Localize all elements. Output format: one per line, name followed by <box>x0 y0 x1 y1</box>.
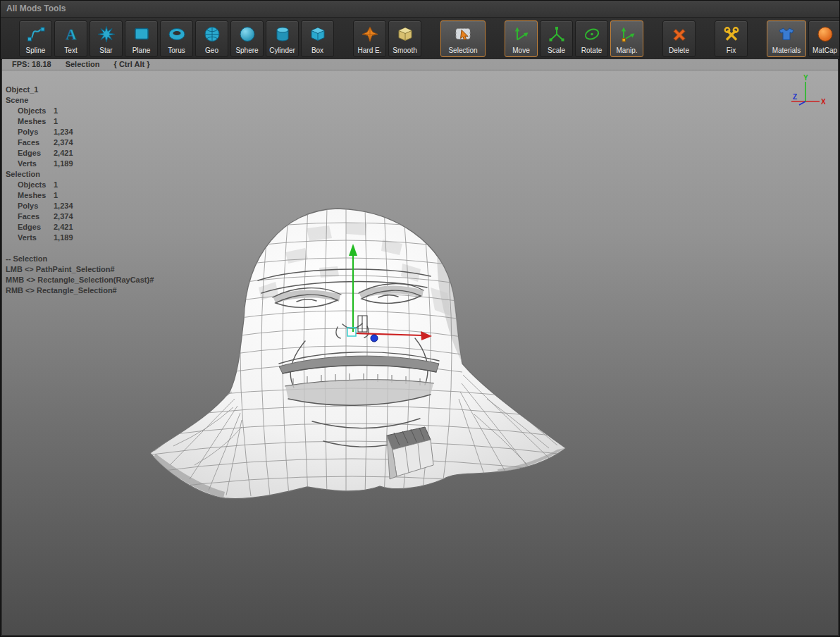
rotate-icon <box>583 23 601 47</box>
object-name: Object_1 <box>6 85 154 95</box>
tool-smooth[interactable]: Smooth <box>388 20 421 57</box>
toolbar-group-edges: Hard E. Smooth <box>353 20 421 57</box>
torus-icon <box>168 23 186 47</box>
toolbar-group-fix: Fix <box>715 20 748 57</box>
binding-mmb: MMB <> Rectangle_Selection(RayCast)# <box>6 275 154 285</box>
stat-row: Edges2,421 <box>6 148 154 159</box>
tool-star[interactable]: Star <box>89 20 123 57</box>
toolbar-group-delete: Delete <box>662 20 696 57</box>
tool-rotate[interactable]: Rotate <box>575 20 608 57</box>
spline-icon <box>27 23 45 47</box>
box-icon <box>309 23 327 47</box>
window-title: All Mods Tools <box>6 4 66 13</box>
fps-counter: FPS: 18.18 <box>12 59 51 70</box>
tool-manip[interactable]: Manip. <box>610 20 643 57</box>
gizmo-z-handle[interactable] <box>371 335 378 342</box>
mesh-body[interactable] <box>150 209 566 499</box>
smooth-icon <box>396 23 414 47</box>
toolbar-group-selection: Selection <box>440 20 486 57</box>
tool-sphere[interactable]: Sphere <box>230 20 264 57</box>
stat-row: Polys1,234 <box>6 201 154 211</box>
sphere-icon <box>238 23 257 47</box>
tool-geo[interactable]: Geo <box>195 20 228 57</box>
tool-hard-edge[interactable]: Hard E. <box>353 20 386 57</box>
text-icon: A <box>62 23 80 47</box>
app-window: All Mods Tools Spline A Text Star <box>0 0 840 637</box>
stat-row: Polys1,234 <box>6 127 154 137</box>
stat-row: Objects1 <box>6 106 154 116</box>
modifier-keys: { Ctrl Alt } <box>114 59 150 70</box>
stat-row: Edges2,421 <box>6 222 154 233</box>
tool-selection[interactable]: Selection <box>440 20 486 57</box>
axis-z-label: Z <box>793 93 797 101</box>
mesh-object[interactable] <box>135 203 586 520</box>
tool-matcap[interactable]: MatCap <box>808 20 840 57</box>
stat-row: Verts1,189 <box>6 233 154 243</box>
bindings-title: -- Selection <box>6 254 154 264</box>
tool-move[interactable]: Move <box>505 20 538 57</box>
tool-scale[interactable]: Scale <box>540 20 573 57</box>
scene-section-title: Scene <box>6 95 154 106</box>
axis-x-label: X <box>821 98 826 106</box>
binding-rmb: RMB <> Rectangle_Selection# <box>6 285 154 296</box>
cylinder-icon <box>273 23 292 47</box>
manip-icon <box>618 23 636 47</box>
materials-icon <box>777 23 796 47</box>
selection-section-title: Selection <box>6 169 154 180</box>
scale-icon <box>548 23 566 47</box>
stats-panel: Object_1 Scene Objects1 Meshes1 Polys1,2… <box>6 85 154 296</box>
tool-fix[interactable]: Fix <box>715 20 748 57</box>
delete-icon <box>670 23 688 47</box>
stat-row: Objects1 <box>6 180 154 190</box>
tool-spline[interactable]: Spline <box>19 20 52 57</box>
plane-icon <box>132 23 151 47</box>
hard-edge-icon <box>361 23 379 47</box>
viewport[interactable]: FPS: 18.18 Selection { Ctrl Alt } Object… <box>2 59 838 635</box>
tool-delete[interactable]: Delete <box>662 20 696 57</box>
stat-row: Meshes1 <box>6 190 154 201</box>
title-bar[interactable]: All Mods Tools <box>1 1 839 18</box>
status-bar: FPS: 18.18 Selection { Ctrl Alt } <box>2 59 838 70</box>
stat-row: Meshes1 <box>6 116 154 127</box>
toolbar-group-materials: Materials MatCap <box>767 20 840 57</box>
stat-row: Verts1,189 <box>6 159 154 169</box>
tool-cylinder[interactable]: Cylinder <box>266 20 299 57</box>
mode-indicator: Selection <box>66 59 100 70</box>
axis-y-label: Y <box>803 75 808 82</box>
selection-icon <box>454 23 472 47</box>
tool-torus[interactable]: Torus <box>160 20 193 57</box>
fix-icon <box>722 23 741 47</box>
axis-gizmo[interactable]: Y X Z <box>782 75 828 114</box>
star-icon <box>97 23 116 47</box>
tool-box[interactable]: Box <box>301 20 334 57</box>
stat-row: Faces2,374 <box>6 137 154 148</box>
svg-text:A: A <box>66 26 77 43</box>
binding-lmb: LMB <> PathPaint_Selection# <box>6 264 154 275</box>
geo-icon <box>203 23 221 47</box>
tool-plane[interactable]: Plane <box>125 20 158 57</box>
matcap-icon <box>816 23 834 47</box>
move-icon <box>512 23 531 47</box>
tool-text[interactable]: A Text <box>54 20 87 57</box>
toolbar-group-primitives: Spline A Text Star Plane <box>19 20 334 57</box>
toolbar-group-transform: Move Scale Rotate <box>505 20 643 57</box>
toolbar: Spline A Text Star Plane <box>1 18 839 60</box>
stat-row: Faces2,374 <box>6 211 154 222</box>
tool-materials[interactable]: Materials <box>767 20 806 57</box>
